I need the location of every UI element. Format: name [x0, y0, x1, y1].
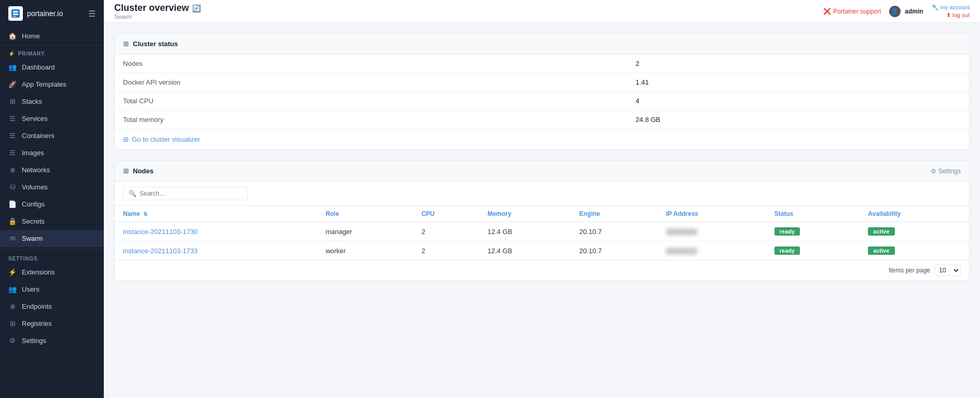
refresh-icon[interactable]: 🔄 [192, 4, 201, 12]
col-name[interactable]: Name ⇅ [115, 206, 317, 222]
sidebar-item-label: Dashboard [22, 63, 55, 71]
users-icon: 👥 [8, 285, 17, 293]
node-memory: 12.4 GB [479, 222, 571, 241]
node-name-link[interactable]: instance-20211103-1730 [123, 228, 198, 236]
sidebar-item-label: Networks [22, 166, 50, 174]
secrets-icon: 🔒 [8, 217, 17, 225]
sidebar-item-networks[interactable]: ⊕ Networks [0, 161, 104, 179]
sidebar-item-app-templates[interactable]: 🚀 App Templates [0, 76, 104, 93]
configs-icon: 📄 [8, 200, 17, 208]
home-label: Home [22, 32, 40, 40]
topbar: Cluster overview 🔄 Swarm ❌ Portainer sup… [104, 0, 980, 23]
gear-icon: ⚙ [931, 168, 936, 175]
node-availability: active [860, 241, 969, 260]
sidebar-item-dashboard[interactable]: 👥 Dashboard [0, 59, 104, 76]
support-icon: ❌ [823, 8, 831, 15]
sidebar-item-label: Configs [22, 200, 45, 208]
sidebar-item-registries[interactable]: ⊞ Registries [0, 315, 104, 332]
col-cpu: CPU [413, 206, 479, 222]
sidebar-toggle-button[interactable]: ☰ [88, 9, 96, 19]
node-role: manager [317, 222, 413, 241]
status-value: 1.41 [628, 73, 969, 92]
table-row: instance-20211103-1730 manager 2 12.4 GB… [115, 222, 969, 241]
logo-icon [8, 6, 23, 21]
sidebar-item-label: Settings [22, 337, 46, 345]
sidebar-item-extensions[interactable]: ⚡ Extensions [0, 264, 104, 281]
node-engine: 20.10.7 [571, 222, 658, 241]
log-out-link[interactable]: ⬆ log out [946, 12, 970, 19]
ip-address: 10.128.0.x [666, 228, 697, 236]
availability-badge: active [868, 227, 894, 236]
content-area: ⊞ Cluster status Nodes 2 Docker API vers… [104, 23, 980, 398]
sidebar-item-volumes[interactable]: ⛁ Volumes [0, 179, 104, 196]
search-input[interactable] [140, 190, 242, 197]
node-cpu: 2 [413, 222, 479, 241]
status-badge: ready [774, 246, 800, 255]
status-label: Docker API version [115, 73, 628, 92]
nodes-settings-button[interactable]: ⚙ Settings [931, 168, 961, 175]
svg-rect-2 [13, 13, 18, 15]
sidebar-item-label: Volumes [22, 183, 48, 191]
col-availability: Availability [860, 206, 969, 222]
sidebar-item-endpoints[interactable]: ⊕ Endpoints [0, 298, 104, 315]
status-value: 2 [628, 54, 969, 73]
table-row: Nodes 2 [115, 54, 969, 73]
sidebar-item-label: Containers [22, 132, 55, 140]
sidebar-item-home[interactable]: 🏠 Home [0, 27, 104, 46]
sidebar-item-configs[interactable]: 📄 Configs [0, 196, 104, 213]
sort-icon: ⇅ [143, 211, 147, 217]
svg-rect-1 [13, 11, 18, 12]
col-role: Role [317, 206, 413, 222]
node-name-link[interactable]: instance-20211103-1733 [123, 247, 198, 255]
sidebar-item-settings[interactable]: ⚙ Settings [0, 332, 104, 349]
col-memory: Memory [479, 206, 571, 222]
col-ip: IP Address [658, 206, 766, 222]
nodes-footer: Items per page 10 25 50 100 [115, 260, 969, 280]
sidebar-item-secrets[interactable]: 🔒 Secrets [0, 213, 104, 230]
cluster-visualizer-link[interactable]: ⊞ Go to cluster visualizer [115, 129, 969, 149]
sidebar-item-label: Swarm [22, 235, 43, 242]
stacks-icon: ⊞ [8, 98, 17, 105]
nodes-header: ⊞ Nodes ⚙ Settings [115, 161, 969, 182]
page-title: Cluster overview 🔄 [114, 3, 201, 13]
nodes-table: Name ⇅ Role CPU Memory Engine IP Address… [115, 206, 969, 260]
cluster-status-card: ⊞ Cluster status Nodes 2 Docker API vers… [114, 33, 970, 150]
admin-area: 👤 admin [889, 6, 923, 17]
svg-rect-3 [13, 16, 16, 17]
node-cpu: 2 [413, 241, 479, 260]
items-per-page-label: Items per page [889, 267, 930, 274]
containers-icon: ☰ [8, 132, 17, 140]
node-memory: 12.4 GB [479, 241, 571, 260]
items-per-page-select[interactable]: 10 25 50 100 [934, 265, 961, 276]
table-row: Docker API version 1.41 [115, 73, 969, 92]
sidebar-item-swarm[interactable]: ✉ Swarm [0, 230, 104, 247]
sidebar-item-images[interactable]: ☰ Images [0, 144, 104, 161]
topbar-right: ❌ Portainer support 👤 admin 🔧 my account… [823, 4, 970, 19]
support-link[interactable]: ❌ Portainer support [823, 8, 881, 15]
swarm-icon: ✉ [8, 235, 17, 242]
sidebar-divider [0, 249, 104, 250]
admin-name: admin [905, 8, 923, 15]
node-name[interactable]: instance-20211103-1730 [115, 222, 317, 241]
app-templates-icon: 🚀 [8, 80, 17, 88]
sidebar-primary-section: ⚡ PRIMARY [0, 46, 104, 59]
search-box[interactable]: 🔍 [123, 187, 248, 200]
node-name[interactable]: instance-20211103-1733 [115, 241, 317, 260]
sidebar-item-services[interactable]: ☰ Services [0, 110, 104, 127]
logo-text: portainer.io [27, 9, 63, 18]
status-value: 4 [628, 92, 969, 111]
sidebar-item-users[interactable]: 👥 Users [0, 281, 104, 298]
search-icon: 🔍 [129, 190, 137, 197]
sidebar-item-label: Secrets [22, 217, 45, 225]
registries-icon: ⊞ [8, 320, 17, 327]
admin-icon: 👤 [889, 6, 901, 17]
my-account-link[interactable]: 🔧 my account [932, 4, 970, 11]
nodes-icon: ⊞ [123, 167, 129, 175]
sidebar-item-label: Services [22, 115, 48, 122]
networks-icon: ⊕ [8, 166, 17, 174]
status-label: Nodes [115, 54, 628, 73]
sidebar-item-containers[interactable]: ☰ Containers [0, 127, 104, 144]
status-label: Total memory [115, 111, 628, 129]
extensions-icon: ⚡ [8, 268, 17, 276]
sidebar-item-stacks[interactable]: ⊞ Stacks [0, 93, 104, 110]
